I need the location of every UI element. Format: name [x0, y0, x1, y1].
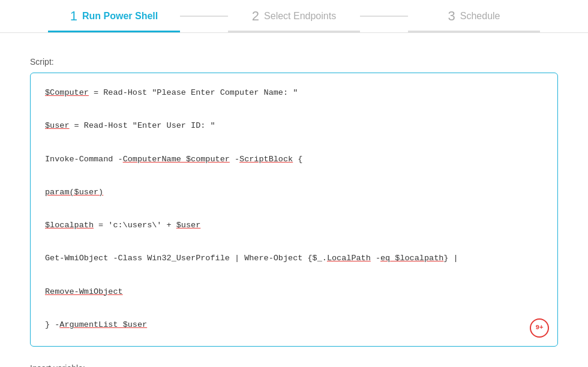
- code-line-4: [45, 135, 543, 151]
- step-1-number: 1: [70, 8, 77, 24]
- code-line-12: [45, 267, 543, 283]
- step-connector-1: [180, 16, 228, 17]
- script-label: Script:: [30, 57, 558, 67]
- code-line-2: [45, 102, 543, 118]
- step-2[interactable]: 2 Select Endpoints: [228, 8, 360, 32]
- code-line-9: $localpath = 'c:\users\' + $user: [45, 218, 543, 233]
- step-2-label: Select Endpoints: [264, 11, 336, 22]
- insert-variable-section: Insert variable: $env:ALLUSERSPROFILE ▾ …: [30, 363, 558, 367]
- stepper: 1 Run Power Shell 2 Select Endpoints 3 S…: [0, 0, 588, 33]
- code-line-7: param($user): [45, 185, 543, 200]
- step-connector-2: [360, 16, 408, 17]
- token-computer: $Computer: [45, 88, 89, 97]
- token-localpath: $localpath: [45, 221, 94, 230]
- token-eq: eq $localpath: [380, 254, 443, 263]
- token-argumentlist: ArgumentList $user: [59, 320, 147, 329]
- code-line-13: Remove-WmiObject: [45, 284, 543, 300]
- main-content: Script: $Computer = Read-Host "Please En…: [0, 33, 588, 367]
- code-line-8: [45, 201, 543, 216]
- token-scriptblock: ScriptBlock: [239, 155, 293, 164]
- code-line-6: [45, 168, 543, 184]
- code-line-10: [45, 234, 543, 250]
- step-1-underline: [48, 31, 180, 32]
- token-param: param($user): [45, 188, 103, 197]
- step-1[interactable]: 1 Run Power Shell: [48, 8, 180, 32]
- step-1-label: Run Power Shell: [82, 11, 158, 22]
- badge-9plus: 9+: [530, 318, 549, 338]
- code-line-1: $Computer = Read-Host "Please Enter Comp…: [45, 85, 543, 101]
- token-computername: ComputerName $computer: [123, 155, 230, 164]
- step-2-number: 2: [252, 8, 259, 24]
- step-3[interactable]: 3 Schedule: [408, 8, 540, 32]
- step-3-label: Schedule: [460, 11, 500, 22]
- insert-variable-label: Insert variable:: [30, 363, 558, 367]
- code-line-3: $user = Read-Host "Enter User ID: ": [45, 118, 543, 134]
- step-3-underline: [408, 31, 540, 32]
- code-line-11: Get-WmiObject -Class Win32_UserProfile |…: [45, 251, 543, 266]
- step-3-number: 3: [448, 8, 455, 24]
- step-2-underline: [228, 31, 360, 32]
- script-editor[interactable]: $Computer = Read-Host "Please Enter Comp…: [30, 73, 558, 347]
- code-line-14: [45, 300, 543, 316]
- token-remove: Remove-WmiObject: [45, 287, 123, 296]
- token-user-1: $user: [45, 121, 70, 130]
- token-localpath-ref: LocalPath: [327, 254, 371, 263]
- code-line-5: Invoke-Command -ComputerName $computer -…: [45, 152, 543, 167]
- code-line-15: } -ArgumentList $user: [45, 317, 543, 333]
- token-user-2: $user: [176, 221, 201, 230]
